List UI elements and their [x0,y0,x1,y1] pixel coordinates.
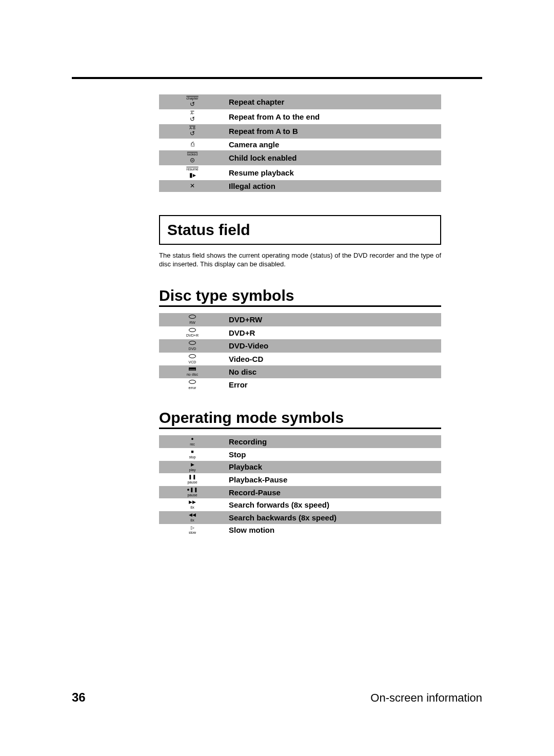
disc-label: No disc [226,365,441,378]
table-row: resume▮▸Resume playback [159,165,441,180]
mode-icon: ■stop [159,448,226,461]
top-rule [72,77,482,79]
symbol-label: Camera angle [226,139,441,150]
table-row: DVD+RDVD+R [159,326,441,340]
disc-icon: VCD [159,353,226,366]
table-row: ■stopStop [159,448,441,461]
symbol-label: Illegal action [226,180,441,192]
table-row: A-↺Repeat from A to the end [159,109,441,124]
table-row: ◀◀8xSearch backwards (8x speed) [159,511,441,524]
mode-label: Recording [226,435,441,448]
mode-icon: ❚❚pause [159,473,226,486]
table-row: chapter↺Repeat chapter [159,94,441,109]
disc-label: Video-CD [226,353,441,366]
table-row: VCDVideo-CD [159,353,441,366]
status-field-heading-box: Status field [159,215,441,245]
mode-label: Stop [226,448,441,461]
disc-label: DVD+R [226,326,441,340]
disc-type-heading: Disc type symbols [159,287,441,304]
symbol-icon: ✕ [159,180,226,192]
symbol-icon: ⎙ [159,139,226,150]
disc-type-table: RWDVD+RWDVD+RDVD+RDVDDVD-VideoVCDVideo-C… [159,313,441,391]
table-row: RWDVD+RW [159,313,441,326]
table-row: ✕Illegal action [159,180,441,192]
mode-icon: ◀◀8x [159,511,226,524]
table-row: ⎙Camera angle [159,139,441,150]
disc-icon: error [159,378,226,392]
table-row: locked⊝Child lock enabled [159,150,441,165]
disc-icon: no disc [159,365,226,378]
symbol-label: Resume playback [226,165,441,180]
table-row: ▶playPlayback [159,461,441,474]
table-row: errorError [159,378,441,392]
symbol-label: Repeat from A to the end [226,109,441,124]
disc-label: DVD-Video [226,339,441,353]
disc-icon: DVD+R [159,326,226,340]
mode-icon: ▷slow [159,524,226,537]
mode-label: Search backwards (8x speed) [226,511,441,524]
table-row: DVDDVD-Video [159,339,441,353]
table-row: ●❚❚pauseRecord-Pause [159,486,441,499]
mode-label: Record-Pause [226,486,441,499]
mode-label: Playback-Pause [226,473,441,486]
disc-type-heading-wrap: Disc type symbols [159,287,441,307]
operating-mode-table: ●recRecording■stopStop▶playPlayback❚❚pau… [159,435,441,536]
symbol-label: Repeat chapter [226,94,441,109]
symbol-icon: chapter↺ [159,94,226,109]
table-row: ●recRecording [159,435,441,448]
symbol-icon: locked⊝ [159,150,226,165]
symbol-icon: A-B↺ [159,124,226,139]
mode-label: Slow motion [226,524,441,537]
repeat-symbols-table: chapter↺Repeat chapterA-↺Repeat from A t… [159,94,441,192]
disc-label: Error [226,378,441,392]
page-footer: 36 On-screen information [72,690,482,705]
table-row: ▷slowSlow motion [159,524,441,537]
table-row: A-B↺Repeat from A to B [159,124,441,139]
mode-label: Search forwards (8x speed) [226,498,441,511]
mode-label: Playback [226,461,441,474]
table-row: no discNo disc [159,365,441,378]
mode-icon: ●❚❚pause [159,486,226,499]
operating-mode-heading: Operating mode symbols [159,409,441,427]
mode-icon: ▶play [159,461,226,474]
symbol-icon: resume▮▸ [159,165,226,180]
disc-icon: RW [159,313,226,326]
status-field-text: The status field shows the current opera… [159,251,441,269]
table-row: ❚❚pausePlayback-Pause [159,473,441,486]
disc-icon: DVD [159,339,226,353]
symbol-label: Child lock enabled [226,150,441,165]
status-field-heading: Status field [167,221,433,239]
symbol-icon: A-↺ [159,109,226,124]
mode-icon: ▶▶8x [159,498,226,511]
symbol-label: Repeat from A to B [226,124,441,139]
table-row: ▶▶8xSearch forwards (8x speed) [159,498,441,511]
mode-icon: ●rec [159,435,226,448]
footer-title: On-screen information [370,691,482,705]
disc-label: DVD+RW [226,313,441,326]
page-content: chapter↺Repeat chapterA-↺Repeat from A t… [0,0,554,536]
operating-mode-heading-wrap: Operating mode symbols [159,409,441,429]
page-number: 36 [72,690,86,705]
